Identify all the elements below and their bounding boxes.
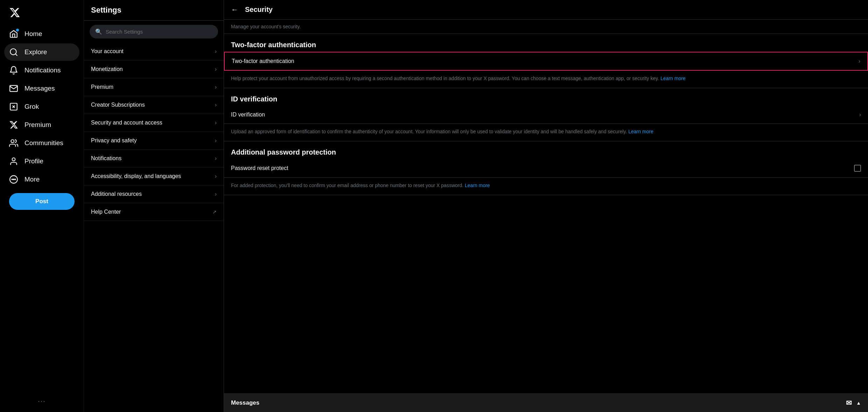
additional-password-heading: Additional password protection xyxy=(224,141,868,159)
sidebar-item-explore[interactable]: Explore xyxy=(4,43,79,61)
chevron-right-icon: › xyxy=(215,155,217,162)
settings-panel: Settings 🔍 Your account › Monetization ›… xyxy=(84,0,224,412)
settings-item-label: Creator Subscriptions xyxy=(91,102,145,108)
more-icon xyxy=(9,175,18,184)
two-factor-learn-more-link[interactable]: Learn more xyxy=(660,76,686,81)
svg-line-1 xyxy=(15,54,17,56)
sidebar-item-label-explore: Explore xyxy=(24,48,47,56)
settings-item-label: Accessibility, display, and languages xyxy=(91,173,181,179)
two-factor-heading: Two-factor authentication xyxy=(224,34,868,52)
sidebar-item-label-communities: Communities xyxy=(24,139,63,147)
settings-item-label: Security and account access xyxy=(91,120,162,126)
sidebar-item-label-more: More xyxy=(24,176,40,183)
sidebar-item-grok[interactable]: Grok xyxy=(4,98,79,115)
settings-item-label: Additional resources xyxy=(91,191,142,197)
additional-password-learn-more-link[interactable]: Learn more xyxy=(465,183,490,188)
external-link-icon: ↗ xyxy=(212,209,217,215)
sidebar-item-label-notifications: Notifications xyxy=(24,66,61,74)
settings-title: Settings xyxy=(84,0,224,21)
search-icon: 🔍 xyxy=(95,28,102,35)
settings-item-help-center[interactable]: Help Center ↗ xyxy=(84,203,224,221)
sidebar-item-label-grok: Grok xyxy=(24,103,39,111)
security-header: ← Security xyxy=(224,0,868,20)
security-panel: ← Security Manage your account's securit… xyxy=(224,0,868,412)
sidebar-item-more[interactable]: More xyxy=(4,171,79,188)
sidebar-item-notifications[interactable]: Notifications xyxy=(4,62,79,79)
security-title: Security xyxy=(245,6,273,14)
home-icon xyxy=(9,29,18,38)
settings-item-label: Help Center xyxy=(91,209,121,215)
svg-point-9 xyxy=(13,179,14,180)
grok-icon xyxy=(9,102,18,111)
sidebar-item-premium[interactable]: Premium xyxy=(4,116,79,134)
sidebar-item-label-home: Home xyxy=(24,30,42,38)
settings-item-security-account-access[interactable]: Security and account access › xyxy=(84,114,224,132)
search-box[interactable]: 🔍 xyxy=(90,25,218,38)
settings-item-accessibility[interactable]: Accessibility, display, and languages › xyxy=(84,168,224,185)
bottom-bar-label: Messages xyxy=(231,399,259,406)
chevron-right-icon: › xyxy=(215,137,217,144)
id-verification-item[interactable]: ID verification › xyxy=(224,106,868,124)
x-logo[interactable] xyxy=(4,3,79,24)
back-button[interactable]: ← xyxy=(231,6,238,14)
password-reset-protect-item[interactable]: Password reset protect xyxy=(224,159,868,178)
search-input[interactable] xyxy=(106,29,212,35)
settings-item-your-account[interactable]: Your account › xyxy=(84,43,224,61)
chevron-right-icon: › xyxy=(215,102,217,108)
chevron-right-icon: › xyxy=(215,48,217,55)
sidebar-item-communities[interactable]: Communities xyxy=(4,134,79,152)
sidebar-item-messages[interactable]: Messages xyxy=(4,80,79,97)
settings-item-notifications[interactable]: Notifications › xyxy=(84,150,224,168)
chevron-right-icon: › xyxy=(215,66,217,72)
password-reset-protect-label: Password reset protect xyxy=(231,165,288,171)
post-button[interactable]: Post xyxy=(9,193,75,210)
profile-icon xyxy=(9,157,18,166)
messages-icon xyxy=(9,84,18,93)
more-dots[interactable]: ··· xyxy=(4,393,79,409)
id-verification-label: ID verification xyxy=(231,112,265,118)
sidebar-item-label-messages: Messages xyxy=(24,85,55,92)
two-factor-label: Two-factor authentication xyxy=(232,58,294,64)
settings-item-label: Notifications xyxy=(91,155,121,162)
notifications-icon xyxy=(9,66,18,75)
sidebar-item-home[interactable]: Home xyxy=(4,25,79,43)
envelope-icon: ✉ xyxy=(846,399,852,407)
settings-item-premium[interactable]: Premium › xyxy=(84,78,224,96)
sidebar-item-profile[interactable]: Profile xyxy=(4,152,79,170)
communities-icon xyxy=(9,138,18,148)
sidebar-item-label-profile: Profile xyxy=(24,157,43,165)
svg-point-6 xyxy=(12,158,15,161)
svg-point-5 xyxy=(11,140,14,143)
chevron-right-icon: › xyxy=(859,58,860,64)
svg-point-8 xyxy=(12,179,13,180)
settings-item-additional-resources[interactable]: Additional resources › xyxy=(84,185,224,203)
explore-icon xyxy=(9,48,18,57)
chevron-right-icon: › xyxy=(215,120,217,126)
settings-item-creator-subscriptions[interactable]: Creator Subscriptions › xyxy=(84,96,224,114)
premium-icon xyxy=(9,120,18,129)
chevron-right-icon: › xyxy=(215,191,217,197)
settings-item-label: Privacy and safety xyxy=(91,137,137,144)
id-verification-description: Upload an approved form of identificatio… xyxy=(224,124,868,141)
chevron-right-icon: › xyxy=(215,84,217,90)
sidebar-item-label-premium: Premium xyxy=(24,121,51,129)
svg-point-10 xyxy=(15,179,15,180)
bottom-messages-bar[interactable]: Messages ✉ ▲ xyxy=(224,393,868,412)
settings-item-label: Your account xyxy=(91,48,124,55)
additional-password-description: For added protection, you'll need to con… xyxy=(224,178,868,195)
id-verification-learn-more-link[interactable]: Learn more xyxy=(628,129,653,134)
security-subtitle: Manage your account's security. xyxy=(224,20,868,34)
bottom-bar-chevron: ▲ xyxy=(856,400,861,406)
chevron-right-icon: › xyxy=(215,173,217,179)
sidebar: Home Explore Notifications Messa xyxy=(0,0,84,412)
settings-item-monetization[interactable]: Monetization › xyxy=(84,61,224,78)
id-verification-heading: ID verification xyxy=(224,88,868,106)
settings-item-label: Premium xyxy=(91,84,113,90)
two-factor-item[interactable]: Two-factor authentication › xyxy=(224,52,868,71)
two-factor-description: Help protect your account from unauthori… xyxy=(224,71,868,88)
settings-item-privacy-safety[interactable]: Privacy and safety › xyxy=(84,132,224,150)
settings-item-label: Monetization xyxy=(91,66,123,72)
password-reset-protect-checkbox[interactable] xyxy=(854,165,861,172)
chevron-right-icon: › xyxy=(859,112,861,118)
